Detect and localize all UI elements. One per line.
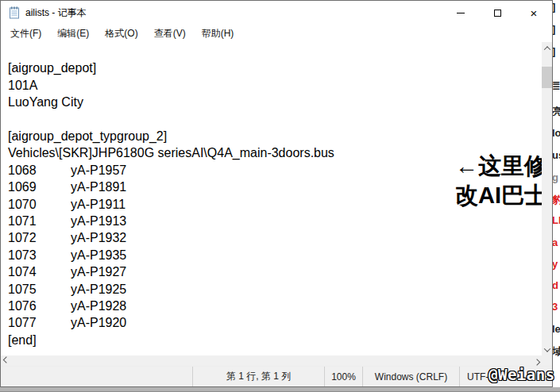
- bus-row: 1071yA-P1913: [8, 213, 542, 229]
- blank-line: [8, 43, 542, 60]
- maximize-button[interactable]: [479, 1, 516, 25]
- scrollbar-corner: [542, 355, 552, 366]
- chevron-left-icon: [2, 356, 9, 363]
- bus-plate: yA-P1957: [71, 162, 126, 179]
- horizontal-scrollbar[interactable]: [1, 355, 542, 366]
- bus-plate: yA-P1891: [71, 179, 126, 195]
- bus-row: 1072yA-P1932: [8, 229, 542, 246]
- bg-fragment: lo: [553, 127, 560, 139]
- menu-bar: 文件(F) 编辑(E) 格式(O) 查看(V) 帮助(H): [1, 25, 552, 42]
- close-icon: ×: [531, 7, 538, 19]
- bus-id: 1072: [8, 229, 71, 246]
- end-tag-line: [end]: [8, 332, 542, 348]
- scroll-left-button[interactable]: [1, 355, 11, 366]
- bus-plate: yA-P1935: [71, 247, 126, 263]
- bus-id: 1076: [8, 298, 71, 314]
- bg-fragment: Ll: [553, 214, 560, 226]
- chevron-right-icon: [533, 359, 539, 365]
- bus-row: 1074yA-P1927: [8, 263, 542, 280]
- vertical-scrollbar-thumb[interactable]: [542, 67, 552, 88]
- bg-fragment: ]: [553, 23, 555, 35]
- bus-id: 1071: [8, 213, 71, 229]
- bg-fragment: us: [553, 149, 560, 161]
- background-page-strip: ] ] ] ≣ 亮 lo us g 豹 Ll a y d 3 le 域: [553, 0, 560, 392]
- bus-id: 1074: [8, 263, 71, 280]
- status-bar: 第 1 行, 第 1 列 100% Windows (CRLF) UTF-8: [1, 366, 552, 386]
- bg-fragment: ]: [553, 1, 555, 13]
- menu-format[interactable]: 格式(O): [97, 25, 145, 43]
- section-header: [aigroup_depot]: [8, 60, 542, 76]
- bus-plate: yA-P1925: [71, 281, 126, 298]
- chevron-up-icon: [543, 46, 550, 52]
- vertical-scrollbar[interactable]: [542, 42, 552, 355]
- bg-fragment: 亮: [553, 105, 560, 119]
- bus-row: 1068yA-P1957: [8, 162, 542, 179]
- bus-row: 1069yA-P1891: [8, 179, 542, 195]
- bg-fragment: ≣: [553, 79, 560, 91]
- window-title: ailists - 记事本: [25, 6, 87, 20]
- depot-city-line: LuoYang City: [8, 94, 542, 110]
- text-editor[interactable]: [aigroup_depot] 101A LuoYang City [aigro…: [1, 42, 542, 355]
- status-spacer: [1, 367, 192, 386]
- bg-fragment: d: [553, 279, 558, 291]
- section-header: [aigroup_depot_typgroup_2]: [8, 128, 542, 144]
- maximize-icon: [494, 10, 501, 17]
- notepad-icon: [8, 6, 21, 19]
- title-bar[interactable]: ailists - 记事本 ×: [1, 1, 552, 25]
- menu-help[interactable]: 帮助(H): [194, 25, 242, 43]
- bus-model-path-line: Vehicles\[SKR]JHP6180G seriesAI\Q4A_main…: [8, 144, 542, 161]
- bg-fragment: ]: [553, 45, 555, 57]
- status-encoding: UTF-8: [459, 367, 552, 386]
- status-zoom-level: 100%: [324, 367, 362, 386]
- bus-plate: yA-P1928: [71, 298, 126, 314]
- scroll-down-button[interactable]: [542, 344, 552, 355]
- status-line-ending: Windows (CRLF): [362, 367, 459, 386]
- scroll-right-button[interactable]: [531, 355, 542, 366]
- bg-fragment: a: [553, 236, 558, 248]
- bus-row: 1075yA-P1925: [8, 281, 542, 298]
- bg-fragment: 3: [553, 301, 558, 313]
- bg-fragment: y: [553, 258, 558, 270]
- status-cursor-position: 第 1 行, 第 1 列: [192, 367, 324, 386]
- bg-fragment: 豹: [553, 193, 560, 207]
- bus-id: 1069: [8, 179, 71, 195]
- bg-fragment: le: [553, 323, 560, 335]
- bus-id: 1073: [8, 247, 71, 263]
- bus-id: 1070: [8, 196, 71, 213]
- bus-row: 1070yA-P1911: [8, 196, 542, 213]
- chevron-down-icon: [543, 345, 550, 352]
- bus-id: 1075: [8, 281, 71, 298]
- bus-plate: yA-P1927: [71, 263, 126, 280]
- bus-id: 1068: [8, 162, 71, 179]
- bus-plate: yA-P1932: [71, 229, 126, 246]
- bus-row: 1073yA-P1935: [8, 247, 542, 263]
- bus-row: 1076yA-P1928: [8, 298, 542, 314]
- bus-id: 1077: [8, 314, 71, 331]
- editor-region: [aigroup_depot] 101A LuoYang City [aigro…: [1, 42, 552, 366]
- minimize-icon: [457, 13, 465, 13]
- menu-edit[interactable]: 编辑(E): [49, 25, 97, 43]
- minimize-button[interactable]: [442, 1, 479, 25]
- scroll-up-button[interactable]: [542, 42, 552, 54]
- notepad-window: ailists - 记事本 × 文件(F) 编辑(E) 格式(O) 查看(V) …: [0, 0, 553, 387]
- depot-id-line: 101A: [8, 77, 542, 94]
- bus-plate: yA-P1911: [71, 196, 126, 213]
- bg-fragment: 域: [553, 344, 560, 359]
- menu-file[interactable]: 文件(F): [2, 25, 49, 43]
- menu-view[interactable]: 查看(V): [146, 25, 194, 43]
- blank-line: [8, 111, 542, 128]
- bus-plate: yA-P1913: [71, 213, 126, 229]
- background-bottom-strip: [0, 387, 560, 392]
- bg-fragment: g: [553, 171, 558, 183]
- bus-plate: yA-P1920: [71, 314, 126, 331]
- bus-row: 1077yA-P1920: [8, 314, 542, 331]
- close-button[interactable]: ×: [516, 1, 552, 25]
